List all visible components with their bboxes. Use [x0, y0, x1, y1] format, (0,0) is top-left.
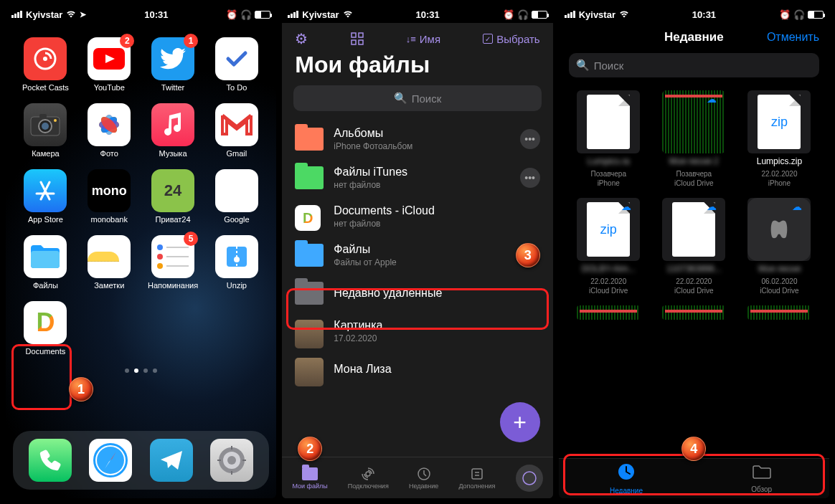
notification-badge: 1 — [184, 34, 198, 48]
notification-badge: 5 — [184, 232, 198, 246]
file-item[interactable]: zipLumpics.zip22.02.2020iPhone — [740, 90, 819, 188]
tab-Недавние[interactable]: Недавние — [409, 467, 438, 490]
carrier-label: Kyivstar — [26, 9, 62, 20]
app-label: Камера — [32, 149, 59, 158]
view-toggle[interactable] — [351, 32, 364, 45]
file-item[interactable]: ☁︎Моя песня 2ПозавчераiCloud Drive — [654, 90, 734, 188]
folder-title: Мона Лиза — [334, 363, 539, 376]
app-label: Pocket Casts — [22, 83, 69, 92]
dock-app[interactable] — [150, 439, 193, 482]
app-label: Google — [224, 215, 249, 224]
tab-label: Недавние — [610, 487, 643, 495]
svg-point-19 — [234, 257, 240, 262]
app-камера[interactable]: Камера — [16, 103, 75, 158]
app-unzip[interactable]: Unzip — [207, 235, 266, 290]
clock-label: 10:31 — [416, 9, 440, 20]
file-name: 1107363898... — [666, 264, 722, 274]
folder-row[interactable]: Недавно удаленные — [282, 275, 552, 312]
folder-subtitle: iPhone Фотоальбом — [334, 141, 509, 151]
app-icon: 5 — [151, 235, 194, 278]
folder-row[interactable]: ФайлыФайлы от Apple3 — [282, 236, 552, 275]
file-thumb: zip — [747, 90, 811, 153]
file-thumb — [577, 90, 640, 153]
app-музыка[interactable]: Музыка — [143, 103, 203, 158]
tab-Дополнения[interactable]: Дополнения — [458, 467, 495, 490]
folder-row[interactable]: АльбомыiPhone Фотоальбом••• — [282, 120, 552, 158]
cloud-icon: ☁︎ — [792, 201, 808, 217]
search-input[interactable]: 🔍 Поиск — [293, 85, 541, 111]
app-icon: D — [24, 301, 67, 344]
folder-row[interactable]: Файлы iTunesнет файлов••• — [282, 158, 552, 197]
svg-rect-35 — [359, 40, 363, 44]
file-meta: 22.02.2020iCloud Drive — [589, 277, 628, 295]
dock-app[interactable] — [210, 439, 253, 482]
folder-title: Альбомы — [334, 127, 509, 140]
app-файлы[interactable]: Файлы — [16, 235, 75, 290]
app-monobank[interactable]: monomonobank — [80, 169, 139, 224]
svg-rect-34 — [352, 40, 356, 44]
app-google[interactable]: Google — [207, 169, 266, 224]
app-to-do[interactable]: To Do — [207, 37, 266, 92]
folder-row[interactable]: DDocuments - iCloudнет файлов — [282, 197, 552, 236]
page-title: Мои файлы — [282, 52, 552, 85]
tab-label: Дополнения — [458, 482, 495, 490]
folder-row[interactable]: Мона Лиза — [282, 351, 552, 388]
app-приват24[interactable]: 24Приват24 — [143, 169, 203, 224]
sort-button[interactable]: ↓≡ Имя — [406, 33, 440, 45]
app-label: Приват24 — [156, 215, 191, 224]
app-icon — [88, 103, 131, 146]
app-icon — [215, 37, 258, 80]
header-title: Недавние — [664, 30, 724, 44]
app-youtube[interactable]: 2YouTube — [80, 37, 139, 92]
browser-button[interactable] — [516, 465, 543, 492]
svg-rect-6 — [39, 114, 47, 118]
tab-label: Недавние — [409, 482, 438, 490]
app-documents[interactable]: DDocuments — [16, 301, 75, 356]
dock-app[interactable] — [29, 439, 72, 482]
file-item[interactable]: zip☁︎DOLBY-Atm...22.02.2020iCloud Drive — [569, 198, 648, 295]
app-icon — [24, 103, 67, 146]
app-icon — [151, 103, 194, 146]
battery-icon — [255, 11, 270, 19]
more-button[interactable]: ••• — [520, 129, 540, 149]
app-label: Напоминания — [148, 281, 198, 290]
tab-Подключения[interactable]: Подключения — [348, 467, 389, 490]
app-pocket-casts[interactable]: Pocket Casts — [16, 37, 75, 92]
app-label: App Store — [28, 215, 63, 224]
app-twitter[interactable]: 1Twitter — [143, 37, 203, 92]
folder-row[interactable]: Картинка17.02.2020 — [282, 312, 552, 351]
app-gmail[interactable]: Gmail — [207, 103, 266, 158]
more-button[interactable]: ••• — [520, 168, 540, 188]
alarm-icon: ⏰ — [226, 9, 237, 20]
file-item[interactable] — [740, 305, 819, 320]
file-meta: 22.02.2020iCloud Drive — [674, 277, 713, 295]
tab-Мои файлы[interactable]: Мои файлы — [292, 467, 327, 490]
wifi-icon — [343, 9, 353, 20]
app-icon — [215, 103, 258, 146]
svg-rect-38 — [472, 469, 482, 479]
page-dots — [6, 369, 276, 373]
folder-title: Недавно удаленные — [334, 287, 539, 300]
file-item[interactable] — [654, 305, 734, 320]
app-заметки[interactable]: Заметки — [80, 235, 139, 290]
file-thumb: ☁︎ — [747, 198, 811, 261]
app-app-store[interactable]: App Store — [16, 169, 75, 224]
file-item[interactable] — [569, 305, 648, 320]
tab-icon — [359, 467, 377, 481]
file-name: Моя песня — [758, 264, 801, 274]
cancel-button[interactable]: Отменить — [767, 31, 819, 44]
file-item[interactable]: ☁︎Моя песня06.02.2020iCloud Drive — [740, 198, 819, 295]
app-напоминания[interactable]: 5Напоминания — [143, 235, 203, 290]
search-input[interactable]: 🔍 Поиск — [569, 53, 819, 77]
tab-Обзор[interactable]: Обзор — [694, 459, 829, 498]
status-bar: Kyivstar 10:31 ⏰ 🎧 — [282, 6, 552, 23]
app-фото[interactable]: Фото — [80, 103, 139, 158]
dock-app[interactable] — [89, 439, 132, 482]
settings-icon[interactable]: ⚙ — [295, 30, 308, 47]
bottom-tabs: Мои файлыПодключенияНедавниеДополнения — [282, 457, 552, 498]
tab-Недавние[interactable]: Недавние — [559, 459, 694, 498]
file-item[interactable]: ☁︎1107363898...22.02.2020iCloud Drive — [654, 198, 734, 295]
file-item[interactable]: Lumpics.raПозавчераiPhone — [569, 90, 648, 188]
select-button[interactable]: ✓ Выбрать — [483, 33, 539, 45]
add-button[interactable]: + — [500, 402, 540, 442]
